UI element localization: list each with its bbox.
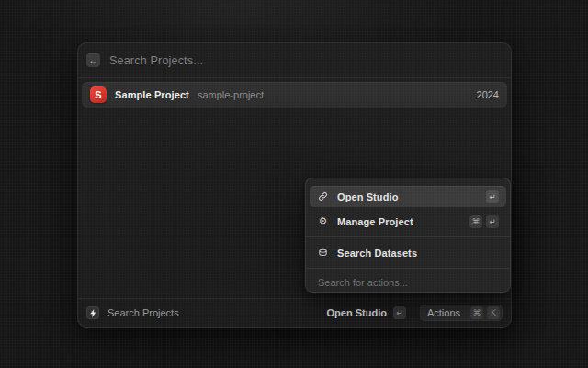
- link-icon: [317, 191, 329, 201]
- lightning-bolt-icon: [90, 309, 96, 317]
- project-result-row[interactable]: S Sample Project sample-project 2024: [82, 82, 507, 108]
- primary-action-button[interactable]: Open Studio: [327, 307, 387, 318]
- menu-item-label: Search Datasets: [337, 247, 417, 259]
- enter-key-badge: ↵: [393, 306, 406, 319]
- menu-divider: [306, 268, 510, 269]
- project-slug: sample-project: [198, 89, 264, 100]
- cmd-key-badge: ⌘: [469, 215, 482, 228]
- project-logo-letter: S: [95, 89, 101, 100]
- actions-popup: Open Studio ↵ ⚙ Manage Project ⌘ ↵ Searc…: [305, 178, 511, 293]
- actions-search-input[interactable]: Search for actions...: [306, 273, 510, 292]
- menu-divider: [306, 236, 510, 237]
- actions-label: Actions: [427, 307, 460, 318]
- gear-icon: ⚙: [317, 216, 329, 226]
- menu-item-label: Manage Project: [337, 216, 413, 227]
- arrow-left-icon: ←: [89, 56, 98, 65]
- footer-actions: Open Studio ↵ Actions ⌘ K: [327, 305, 503, 321]
- actions-menu-button[interactable]: Actions ⌘ K: [420, 305, 503, 321]
- database-icon: [317, 247, 329, 258]
- menu-item-manage-project[interactable]: ⚙ Manage Project ⌘ ↵: [310, 211, 506, 232]
- search-projects-input[interactable]: Search Projects...: [109, 54, 203, 67]
- enter-key-badge: ↵: [486, 190, 499, 203]
- project-year: 2024: [477, 89, 499, 100]
- cmd-key-badge: ⌘: [470, 306, 483, 319]
- palette-footer: Search Projects Open Studio ↵ Actions ⌘ …: [78, 298, 511, 327]
- palette-header: ← Search Projects...: [78, 43, 511, 78]
- k-key-badge: K: [487, 306, 500, 319]
- footer-context-label: Search Projects: [107, 307, 179, 318]
- project-title: Sample Project: [115, 89, 189, 100]
- menu-item-search-datasets[interactable]: Search Datasets: [310, 242, 506, 263]
- menu-item-open-studio[interactable]: Open Studio ↵: [310, 186, 506, 207]
- back-button[interactable]: ←: [86, 53, 100, 67]
- enter-key-badge: ↵: [486, 215, 499, 228]
- menu-item-label: Open Studio: [337, 191, 398, 202]
- project-logo: S: [90, 86, 107, 103]
- app-logo: [86, 306, 99, 319]
